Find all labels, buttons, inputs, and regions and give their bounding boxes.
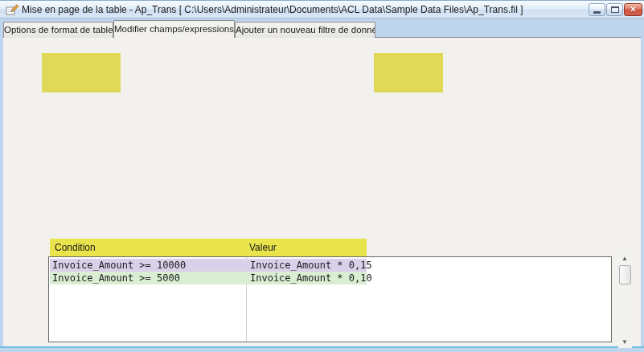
valeur-cell: Invoice_Amount * 0,10 xyxy=(250,272,372,284)
title-bar[interactable]: Mise en page de la table - Ap_Trans [ C:… xyxy=(0,0,644,18)
scroll-up-icon[interactable]: ▲ xyxy=(621,255,628,262)
condition-cell: Invoice_Amount >= 5000 xyxy=(52,272,180,284)
tab-modifier-champs[interactable]: Modifier champs/expressions xyxy=(113,20,235,38)
window-title: Mise en page de la table - Ap_Trans [ C:… xyxy=(22,4,523,15)
close-icon: ✕ xyxy=(625,5,642,14)
tab-options-format[interactable]: Options de format de table xyxy=(3,22,113,38)
app-icon xyxy=(6,3,19,17)
table-layout-dialog: Mise en page de la table - Ap_Trans [ C:… xyxy=(0,0,644,352)
valeur-cell: Invoice_Amount * 0,15 xyxy=(250,259,372,272)
maximize-icon xyxy=(611,6,619,13)
condition-row[interactable]: Invoice_Amount >= 10000 Invoice_Amount *… xyxy=(50,259,610,272)
condition-cell: Invoice_Amount >= 10000 xyxy=(52,259,186,272)
condition-row[interactable]: Invoice_Amount >= 5000 Invoice_Amount * … xyxy=(50,272,610,284)
window-border-right xyxy=(641,18,644,346)
condition-listbox[interactable]: Invoice_Amount >= 10000 Invoice_Amount *… xyxy=(48,256,612,342)
minimize-icon xyxy=(593,11,601,14)
valeur-column-header: Valeur xyxy=(249,242,277,253)
minimize-button[interactable] xyxy=(589,3,605,16)
scrollbar-thumb[interactable] xyxy=(619,265,631,284)
scroll-down-icon[interactable]: ▼ xyxy=(621,338,628,346)
condition-table-header: Condition Valeur xyxy=(50,239,367,256)
window-border-bottom xyxy=(0,346,644,352)
maximize-button[interactable] xyxy=(606,3,623,16)
tab-ajouter-filtre[interactable]: Ajouter un nouveau filtre de données xyxy=(235,22,375,38)
vertical-scrollbar[interactable]: ▲ ▼ xyxy=(618,252,632,348)
condition-column-header: Condition xyxy=(55,242,96,253)
close-button[interactable]: ✕ xyxy=(624,3,642,16)
